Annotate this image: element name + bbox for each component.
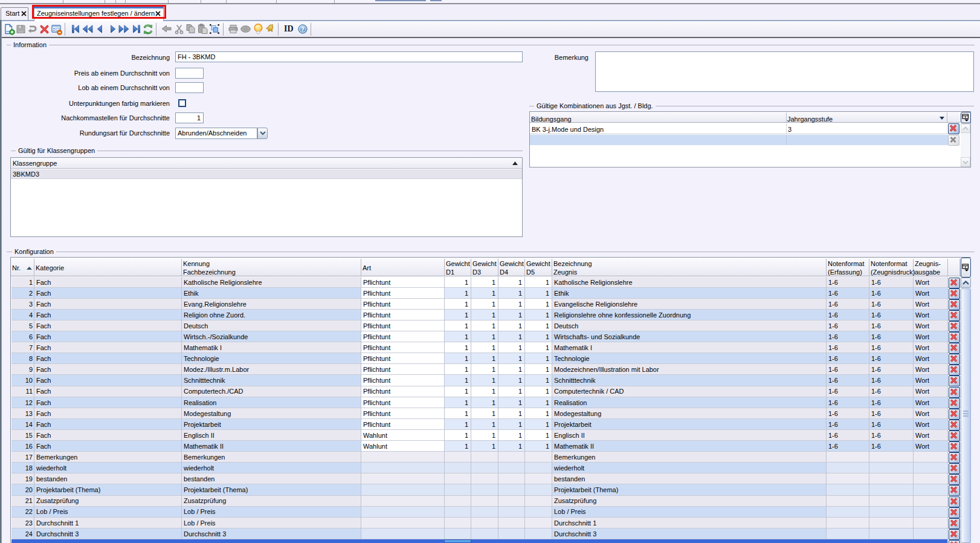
svg-text:?: ? (301, 26, 305, 33)
